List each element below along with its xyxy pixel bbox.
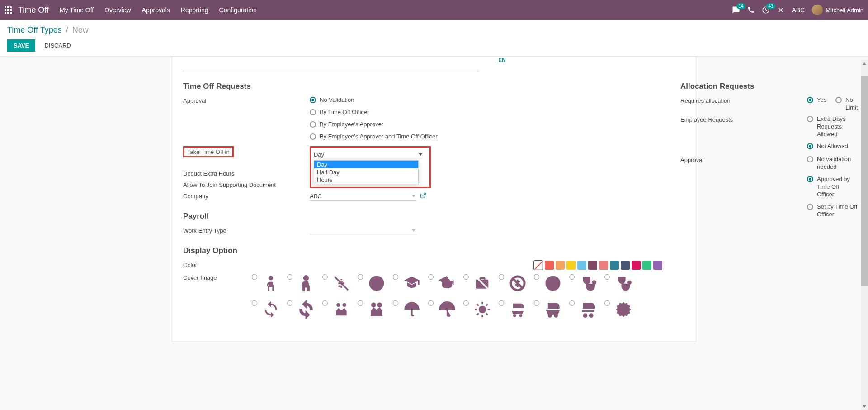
cover-radio-1[interactable] (252, 274, 257, 280)
discard-button[interactable]: DISCARD (40, 39, 75, 52)
svg-text:$: $ (339, 279, 343, 288)
phone-icon[interactable] (747, 6, 755, 14)
label-work-entry-type: Work Entry Type (183, 226, 310, 234)
cover-radio-20[interactable] (534, 300, 539, 306)
unit-select[interactable]: Day (314, 150, 422, 159)
cover-radio-22[interactable] (604, 300, 610, 306)
cover-radio-6[interactable] (428, 274, 434, 280)
injury-icon (261, 273, 281, 293)
cover-radio-14[interactable] (322, 300, 328, 306)
stroller-icon (508, 300, 528, 319)
nav-approvals[interactable]: Approvals (142, 6, 170, 14)
color-10[interactable] (642, 261, 651, 270)
cover-radio-15[interactable] (358, 300, 363, 306)
work-entry-select[interactable] (310, 226, 416, 235)
nav-my-time-off[interactable]: My Time Off (60, 6, 94, 14)
emp-req-not-allowed[interactable]: Not Allowed (807, 143, 858, 150)
cover-radio-2[interactable] (287, 274, 292, 280)
color-8[interactable] (621, 261, 630, 270)
no-dollar-icon (508, 273, 528, 293)
sync-outline-icon (296, 300, 316, 319)
dollar-circle-icon (367, 273, 387, 293)
color-7[interactable] (610, 261, 619, 270)
scroll-up-icon[interactable] (861, 60, 868, 67)
cover-radio-17[interactable] (428, 300, 434, 306)
approval-no-validation[interactable]: No Validation (310, 96, 662, 104)
scrollbar-thumb[interactable] (861, 76, 868, 286)
nav-reporting[interactable]: Reporting (181, 6, 208, 14)
approval-both[interactable]: By Employee's Approver and Time Off Offi… (310, 133, 662, 141)
label-take-time-off-in: Take Time Off in (183, 146, 234, 157)
alloc-approval-set-by-officer[interactable]: Set by Time Off Officer (807, 203, 858, 219)
cover-radio-11[interactable] (604, 274, 610, 280)
requires-alloc-no-limit[interactable]: No Limit (835, 96, 858, 112)
activities-badge: 43 (766, 3, 775, 9)
emp-req-extra-days[interactable]: Extra Days Requests Allowed (807, 115, 858, 138)
alloc-approval-none[interactable]: No validation needed (807, 156, 858, 171)
injury-outline-icon (296, 273, 316, 293)
umbrella-outline-icon (437, 300, 457, 319)
nav-overview[interactable]: Overview (104, 6, 131, 14)
messages-icon[interactable]: 14 (732, 6, 740, 14)
svg-point-14 (548, 314, 552, 317)
user-menu[interactable]: Mitchell Admin (812, 5, 863, 15)
cover-radio-5[interactable] (393, 274, 398, 280)
color-11[interactable] (653, 261, 662, 270)
no-briefcase-icon (472, 273, 492, 293)
app-brand: Time Off (18, 5, 49, 15)
people-outline-icon (367, 300, 387, 319)
svg-point-10 (378, 303, 382, 306)
debug-icon[interactable] (777, 6, 784, 14)
approval-officer[interactable]: By Time Off Officer (310, 109, 662, 116)
color-3[interactable] (566, 261, 576, 270)
avatar (812, 5, 823, 15)
color-none[interactable] (534, 261, 543, 270)
company-select[interactable]: ABC (310, 192, 416, 201)
requires-alloc-yes[interactable]: Yes (807, 96, 826, 112)
color-9[interactable] (632, 261, 641, 270)
unit-option-day[interactable]: Day (314, 161, 418, 168)
color-5[interactable] (588, 261, 597, 270)
cover-radio-8[interactable] (499, 274, 504, 280)
cover-radio-13[interactable] (287, 300, 292, 306)
cover-radio-12[interactable] (252, 300, 257, 306)
cover-radio-10[interactable] (569, 274, 575, 280)
external-link-icon[interactable] (420, 192, 426, 200)
scroll-down-icon[interactable] (861, 403, 868, 407)
cover-radio-9[interactable] (534, 274, 539, 280)
cover-radio-7[interactable] (463, 274, 469, 280)
alloc-approval-officer[interactable]: Approved by Time Off Officer (807, 176, 858, 199)
virus-icon (472, 300, 492, 319)
approval-employee-approver[interactable]: By Employee's Approver (310, 121, 662, 129)
cover-radio-3[interactable] (322, 274, 328, 280)
svg-point-16 (584, 314, 587, 317)
activities-icon[interactable]: 43 (762, 6, 770, 14)
unit-option-hours[interactable]: Hours (314, 176, 418, 184)
color-2[interactable] (556, 261, 565, 270)
stroller-outline-icon (543, 300, 563, 319)
cover-radio-19[interactable] (499, 300, 504, 306)
scrollbar[interactable] (861, 60, 868, 407)
company-switcher[interactable]: ABC (792, 6, 805, 14)
company-value: ABC (310, 193, 322, 200)
svg-point-13 (519, 314, 522, 317)
section-payroll: Payroll (183, 212, 662, 221)
cover-radio-16[interactable] (393, 300, 398, 306)
svg-point-11 (479, 305, 486, 313)
people-icon (331, 300, 351, 319)
save-button[interactable]: SAVE (7, 39, 35, 52)
breadcrumb-parent[interactable]: Time Off Types (7, 25, 62, 34)
label-supporting-doc: Allow To Join Supporting Document (183, 181, 310, 188)
cover-radio-4[interactable] (358, 274, 363, 280)
apps-icon[interactable] (5, 6, 12, 14)
cover-radio-18[interactable] (463, 300, 469, 306)
nav-configuration[interactable]: Configuration (219, 6, 257, 14)
label-employee-requests: Employee Requests (680, 115, 807, 123)
lang-toggle[interactable]: EN (498, 57, 506, 63)
color-4[interactable] (577, 261, 586, 270)
cover-radio-21[interactable] (569, 300, 575, 306)
color-6[interactable] (599, 261, 608, 270)
unit-option-half-day[interactable]: Half Day (314, 168, 418, 176)
color-1[interactable] (545, 261, 554, 270)
section-time-off-requests: Time Off Requests (183, 82, 662, 91)
